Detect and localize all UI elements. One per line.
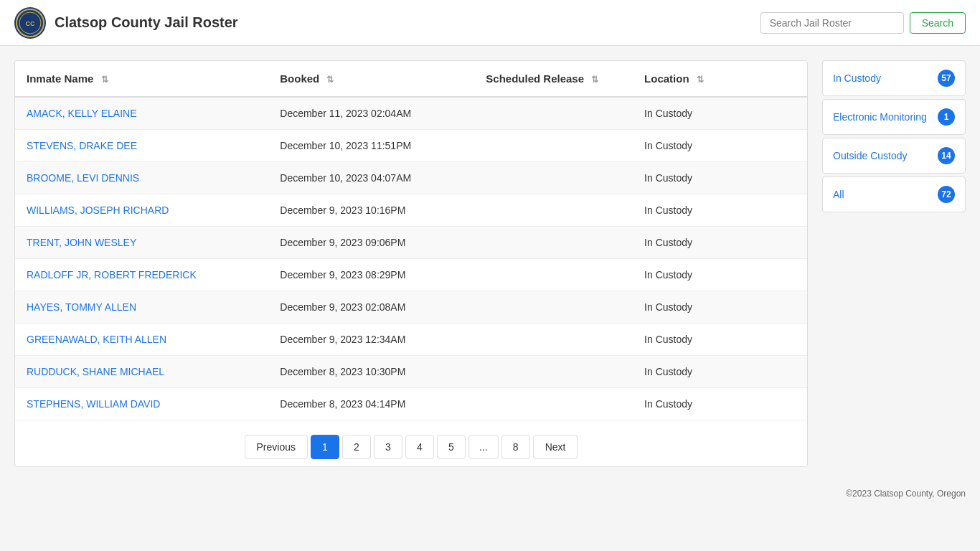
table-row: STEVENS, DRAKE DEE December 10, 2023 11:… [15, 130, 807, 162]
cell-booked: December 10, 2023 11:51PM [268, 130, 474, 162]
cell-booked: December 11, 2023 02:04AM [268, 97, 474, 130]
table-row: GREENAWALD, KEITH ALLEN December 9, 2023… [15, 324, 807, 356]
page-btn-2[interactable]: 2 [342, 435, 371, 459]
col-header-booked[interactable]: Booked ⇅ [268, 61, 474, 97]
site-title: Clatsop County Jail Roster [55, 14, 238, 31]
cell-release [474, 291, 633, 324]
header: CC Clatsop County Jail Roster Search [0, 0, 980, 46]
cell-booked: December 8, 2023 10:30PM [268, 356, 474, 388]
table-row: WILLIAMS, JOSEPH RICHARD December 9, 202… [15, 194, 807, 227]
sidebar-item-all[interactable]: All 72 [822, 176, 966, 212]
sidebar-badge: 57 [938, 70, 955, 87]
cell-location: In Custody [633, 291, 807, 324]
cell-booked: December 8, 2023 04:14PM [268, 388, 474, 420]
inmate-link[interactable]: RUDDUCK, SHANE MICHAEL [27, 366, 164, 377]
table-body: AMACK, KELLY ELAINE December 11, 2023 02… [15, 97, 807, 420]
table-header: Inmate Name ⇅ Booked ⇅ Scheduled Release… [15, 61, 807, 97]
cell-location: In Custody [633, 324, 807, 356]
cell-release [474, 324, 633, 356]
cell-name: TRENT, JOHN WESLEY [15, 227, 268, 259]
table-row: HAYES, TOMMY ALLEN December 9, 2023 02:0… [15, 291, 807, 324]
cell-booked: December 9, 2023 12:34AM [268, 324, 474, 356]
sidebar-badge: 1 [938, 108, 955, 126]
sort-icon-name: ⇅ [101, 75, 108, 85]
cell-booked: December 9, 2023 08:29PM [268, 259, 474, 291]
col-header-release[interactable]: Scheduled Release ⇅ [474, 61, 633, 97]
cell-booked: December 9, 2023 09:06PM [268, 227, 474, 259]
table-row: BROOME, LEVI DENNIS December 10, 2023 04… [15, 162, 807, 194]
cell-location: In Custody [633, 130, 807, 162]
page-ellipsis: ... [468, 435, 499, 459]
col-header-name[interactable]: Inmate Name ⇅ [15, 61, 268, 97]
inmate-link[interactable]: GREENAWALD, KEITH ALLEN [27, 334, 166, 345]
main-container: Inmate Name ⇅ Booked ⇅ Scheduled Release… [0, 46, 980, 481]
cell-release [474, 388, 633, 420]
table-container: Inmate Name ⇅ Booked ⇅ Scheduled Release… [14, 60, 808, 467]
sidebar-badge: 14 [938, 147, 955, 164]
search-button[interactable]: Search [910, 12, 966, 34]
cell-release [474, 130, 633, 162]
cell-release [474, 162, 633, 194]
page-btn-4[interactable]: 4 [405, 435, 434, 459]
pagination: Previous12345...8Next [15, 420, 807, 466]
sidebar: In Custody 57 Electronic Monitoring 1 Ou… [822, 60, 966, 467]
footer: ©2023 Clatsop County, Oregon [0, 481, 980, 506]
sidebar-item-in-custody[interactable]: In Custody 57 [822, 60, 966, 96]
cell-name: AMACK, KELLY ELAINE [15, 97, 268, 130]
cell-location: In Custody [633, 259, 807, 291]
cell-location: In Custody [633, 388, 807, 420]
search-input[interactable] [760, 12, 904, 34]
cell-name: WILLIAMS, JOSEPH RICHARD [15, 194, 268, 227]
col-header-location[interactable]: Location ⇅ [633, 61, 807, 97]
table-row: RUDDUCK, SHANE MICHAEL December 8, 2023 … [15, 356, 807, 388]
next-button[interactable]: Next [533, 435, 578, 459]
sidebar-label: Outside Custody [833, 150, 908, 161]
svg-text:CC: CC [26, 20, 35, 27]
cell-name: RADLOFF JR, ROBERT FREDERICK [15, 259, 268, 291]
cell-booked: December 10, 2023 04:07AM [268, 162, 474, 194]
footer-text: ©2023 Clatsop County, Oregon [846, 489, 966, 499]
cell-name: STEVENS, DRAKE DEE [15, 130, 268, 162]
inmate-link[interactable]: TRENT, JOHN WESLEY [27, 237, 136, 248]
table-row: RADLOFF JR, ROBERT FREDERICK December 9,… [15, 259, 807, 291]
cell-release [474, 194, 633, 227]
cell-location: In Custody [633, 356, 807, 388]
cell-name: BROOME, LEVI DENNIS [15, 162, 268, 194]
sidebar-label: Electronic Monitoring [833, 111, 927, 123]
cell-name: STEPHENS, WILLIAM DAVID [15, 388, 268, 420]
cell-booked: December 9, 2023 02:08AM [268, 291, 474, 324]
page-btn-8[interactable]: 8 [501, 435, 530, 459]
site-logo: CC [14, 7, 46, 39]
header-right: Search [760, 12, 966, 34]
page-btn-5[interactable]: 5 [437, 435, 466, 459]
inmate-link[interactable]: HAYES, TOMMY ALLEN [27, 301, 136, 313]
table-row: TRENT, JOHN WESLEY December 9, 2023 09:0… [15, 227, 807, 259]
sidebar-item-electronic-monitoring[interactable]: Electronic Monitoring 1 [822, 99, 966, 135]
cell-name: HAYES, TOMMY ALLEN [15, 291, 268, 324]
cell-release [474, 356, 633, 388]
header-left: CC Clatsop County Jail Roster [14, 7, 238, 39]
inmate-link[interactable]: RADLOFF JR, ROBERT FREDERICK [27, 269, 197, 281]
cell-release [474, 259, 633, 291]
table-row: STEPHENS, WILLIAM DAVID December 8, 2023… [15, 388, 807, 420]
sidebar-label: In Custody [833, 72, 881, 84]
sidebar-badge: 72 [938, 186, 955, 203]
sort-icon-location: ⇅ [697, 75, 704, 85]
inmate-link[interactable]: WILLIAMS, JOSEPH RICHARD [27, 204, 169, 216]
inmate-link[interactable]: STEVENS, DRAKE DEE [27, 140, 137, 151]
cell-name: RUDDUCK, SHANE MICHAEL [15, 356, 268, 388]
page-btn-3[interactable]: 3 [374, 435, 402, 459]
cell-booked: December 9, 2023 10:16PM [268, 194, 474, 227]
inmate-link[interactable]: BROOME, LEVI DENNIS [27, 172, 139, 184]
table-row: AMACK, KELLY ELAINE December 11, 2023 02… [15, 97, 807, 130]
sidebar-item-outside-custody[interactable]: Outside Custody 14 [822, 138, 966, 174]
cell-location: In Custody [633, 97, 807, 130]
cell-name: GREENAWALD, KEITH ALLEN [15, 324, 268, 356]
roster-table: Inmate Name ⇅ Booked ⇅ Scheduled Release… [15, 61, 807, 420]
prev-button[interactable]: Previous [245, 435, 308, 459]
sort-icon-booked: ⇅ [326, 75, 334, 85]
page-btn-1[interactable]: 1 [311, 435, 339, 459]
inmate-link[interactable]: AMACK, KELLY ELAINE [27, 108, 137, 119]
inmate-link[interactable]: STEPHENS, WILLIAM DAVID [27, 398, 160, 410]
cell-location: In Custody [633, 162, 807, 194]
